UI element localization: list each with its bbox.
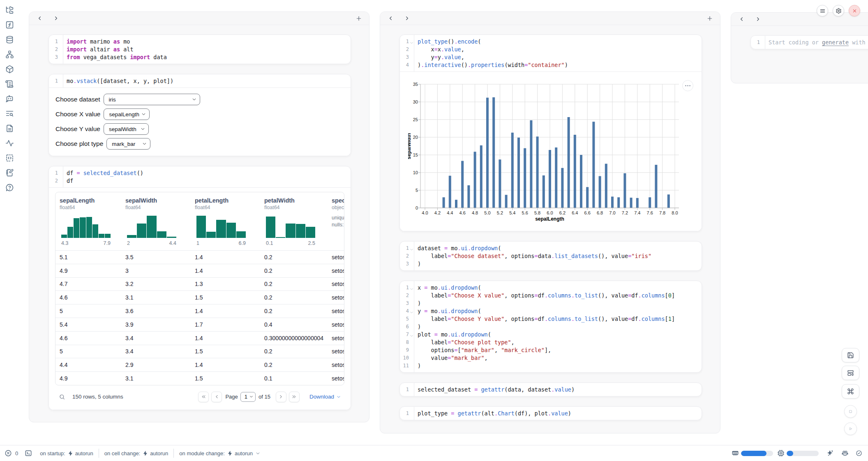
column-histogram[interactable] — [196, 214, 246, 238]
column-name[interactable]: petalWidth — [264, 197, 329, 204]
code-editor[interactable]: 1plot_type().encode(2 x=x.value,3 y=y.va… — [400, 35, 702, 71]
generate-with-ai-link[interactable]: generate — [822, 39, 849, 46]
code-line[interactable]: 6) — [400, 323, 702, 331]
selected-dataset-cell[interactable]: 1selected_dataset = getattr(data, datase… — [399, 383, 702, 396]
sidebar-snippets-scroll-button[interactable] — [5, 80, 14, 88]
code-editor[interactable]: 1dataset = mo.ui.dropdown(2 label="Choos… — [400, 242, 702, 270]
marimo-assistant-icon[interactable] — [841, 449, 849, 457]
runtime-setting-0[interactable]: on startup:autorun — [40, 450, 93, 456]
code-line[interactable]: 2 label="Choose dataset", options=data.l… — [400, 252, 702, 260]
code-editor[interactable]: 1import marimo as mo2import altair as al… — [49, 35, 351, 64]
code-line[interactable]: 8 label="Choose plot type", — [400, 339, 702, 346]
fold-chevron-icon[interactable] — [409, 309, 414, 314]
column-next-button[interactable] — [402, 13, 412, 24]
code-line[interactable]: 1plot_type = getattr(alt.Chart(df), plot… — [400, 410, 702, 417]
choose-plot-type-select[interactable]: mark_bar — [106, 138, 150, 150]
table-row[interactable]: 4.73.21.30.2setosa — [55, 277, 344, 291]
plot-type-cell[interactable]: 1plot_type = getattr(alt.Chart(df), plot… — [399, 406, 702, 420]
column-prev-button[interactable] — [34, 13, 45, 24]
code-editor[interactable]: 1mo.vstack([dataset, x, y, plot]) — [49, 74, 351, 88]
empty-cell[interactable]: 1Start coding or generate with AI — [750, 35, 868, 49]
code-line[interactable]: 3) — [400, 260, 702, 268]
ai-sparkles-icon[interactable] — [826, 449, 834, 457]
column-name[interactable]: sepalLength — [60, 197, 121, 204]
sidebar-function-square-button[interactable] — [5, 21, 14, 29]
code-editor[interactable]: 1selected_dataset = getattr(data, datase… — [400, 383, 702, 396]
table-row[interactable]: 4.63.41.40.30000000000000004setosa — [55, 331, 344, 345]
code-line[interactable]: 5 label="Choose Y value", options=df.col… — [400, 315, 702, 323]
cpu-icon[interactable] — [777, 449, 785, 457]
code-line[interactable]: 3 y=y.value, — [400, 53, 702, 61]
code-editor[interactable]: 1df = selected_dataset()2df — [49, 166, 351, 187]
code-line[interactable]: 7plot = mo.ui.dropdown( — [400, 331, 702, 339]
table-row[interactable]: 4.42.91.40.2setosa — [55, 358, 344, 371]
code-editor[interactable]: 1x = mo.ui.dropdown(2 label="Choose X va… — [400, 281, 702, 372]
page-select[interactable]: 1 — [240, 392, 256, 402]
runtime-setting-2[interactable]: on module change:autorun — [179, 450, 261, 456]
sidebar-documentation-button[interactable] — [5, 124, 14, 133]
errors-icon[interactable] — [4, 449, 12, 457]
column-name[interactable]: petalLength — [195, 197, 260, 204]
next-page-button[interactable] — [276, 392, 286, 402]
sidebar-scratchpad-code-button[interactable] — [5, 154, 14, 162]
code-line[interactable]: 2df — [49, 177, 351, 185]
vstack-cell[interactable]: 1mo.vstack([dataset, x, y, plot])Choose … — [48, 74, 351, 156]
column-prev-button[interactable] — [736, 14, 747, 25]
xy-plot-dropdowns-cell[interactable]: 1x = mo.ui.dropdown(2 label="Choose X va… — [399, 281, 702, 373]
save-button[interactable] — [842, 348, 859, 362]
sidebar-tracing-activity-button[interactable] — [5, 139, 14, 148]
table-row[interactable]: 5.43.91.70.4setosa — [55, 318, 344, 331]
menu-button[interactable] — [817, 5, 828, 16]
first-page-button[interactable] — [198, 392, 209, 402]
add-cell-button[interactable] — [353, 13, 364, 24]
run-button[interactable] — [844, 422, 857, 435]
table-row[interactable]: 4.931.40.2setosa — [55, 264, 344, 277]
code-line[interactable]: 1mo.vstack([dataset, x, y, plot]) — [49, 77, 351, 85]
column-histogram[interactable] — [266, 214, 315, 238]
terminal-icon[interactable] — [24, 449, 32, 457]
code-line[interactable]: 1import marimo as mo — [49, 38, 351, 46]
choose-dataset-select[interactable]: iris — [104, 94, 200, 105]
choose-y-value-select[interactable]: sepalWidth — [104, 123, 149, 135]
code-line[interactable]: 11) — [400, 362, 702, 370]
table-row[interactable]: 4.63.11.50.2setosa — [55, 290, 344, 304]
code-line[interactable]: 1df = selected_dataset() — [49, 169, 351, 177]
prev-page-button[interactable] — [211, 392, 222, 402]
plot-cell[interactable]: 1plot_type().encode(2 x=x.value,3 y=y.va… — [399, 35, 702, 231]
code-editor[interactable]: 1plot_type = getattr(alt.Chart(df), plot… — [400, 407, 702, 420]
fold-chevron-icon[interactable] — [409, 247, 414, 251]
column-histogram[interactable] — [61, 214, 111, 238]
code-line[interactable]: 2 x=x.value, — [400, 46, 702, 53]
column-next-button[interactable] — [753, 14, 763, 25]
column-name[interactable]: sepalWidth — [125, 197, 191, 204]
download-button[interactable]: Download — [309, 394, 341, 400]
sidebar-logs-search-button[interactable] — [5, 109, 14, 118]
code-line[interactable]: 1x = mo.ui.dropdown( — [400, 284, 702, 292]
fold-chevron-icon[interactable] — [409, 40, 414, 44]
dataframe-cell[interactable]: 1df = selected_dataset()2dfsepalLengthfl… — [48, 166, 351, 410]
dataset-dropdown-cell[interactable]: 1dataset = mo.ui.dropdown(2 label="Choos… — [399, 241, 702, 271]
code-line[interactable]: 2 label="Choose X value", options=df.col… — [400, 292, 702, 300]
command-palette-button[interactable] — [842, 384, 859, 399]
chart-menu-button[interactable] — [682, 80, 693, 91]
sidebar-notebook-pen-button[interactable] — [5, 168, 14, 177]
table-row[interactable]: 5.13.51.40.2setosa — [55, 250, 344, 264]
fold-chevron-icon[interactable] — [409, 286, 414, 290]
code-editor[interactable]: 1Start coding or generate with AI — [751, 36, 868, 49]
column-next-button[interactable] — [51, 13, 61, 24]
last-page-button[interactable] — [289, 392, 300, 402]
column-name[interactable]: species — [332, 197, 344, 204]
code-line[interactable]: 1selected_dataset = getattr(data, datase… — [400, 386, 702, 394]
fold-chevron-icon[interactable] — [409, 333, 414, 337]
table-row[interactable]: 4.93.11.50.1setosa — [55, 371, 344, 385]
memory-icon[interactable] — [732, 449, 739, 457]
code-line[interactable]: 2import altair as alt — [49, 46, 351, 53]
code-line[interactable]: 9 options=["mark_bar", "mark_circle"], — [400, 346, 702, 354]
add-cell-button[interactable] — [704, 13, 715, 24]
code-line[interactable]: 1plot_type().encode( — [400, 38, 702, 46]
table-row[interactable]: 53.61.40.2setosa — [55, 304, 344, 318]
table-row[interactable]: 53.41.50.2setosa — [55, 345, 344, 358]
connection-status-icon[interactable] — [856, 450, 862, 456]
code-line[interactable]: 3from vega_datasets import data — [49, 53, 351, 61]
code-line[interactable]: 3) — [400, 300, 702, 307]
